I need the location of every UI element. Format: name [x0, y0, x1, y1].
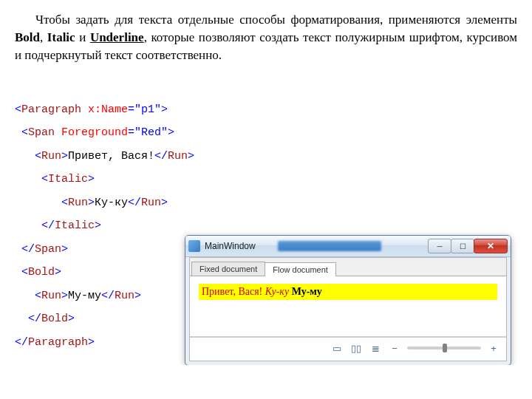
app-icon [188, 240, 200, 252]
title-blur [278, 241, 381, 251]
rendered-paragraph: Привет, Вася! Ку-ку Му-му [199, 284, 497, 300]
description-paragraph: Чтобы задать для текста отдельные способ… [15, 11, 517, 64]
maximize-button[interactable]: ☐ [451, 239, 474, 253]
underline-word: Underline [90, 30, 144, 44]
text: , [40, 30, 47, 44]
tab-flow-document[interactable]: Flow document [265, 262, 336, 276]
zoom-slider[interactable] [407, 347, 481, 349]
two-page-view-icon[interactable]: ▯▯ [349, 341, 363, 355]
code-and-window-layout: <Paragraph x:Name="p1"> <Span Foreground… [15, 75, 517, 354]
tab-fixed-document[interactable]: Fixed document [191, 262, 265, 276]
bold-text: Му-му [292, 286, 322, 297]
titlebar[interactable]: MainWindow ─ ☐ ✕ [185, 236, 511, 257]
text: Чтобы задать для текста отдельные способ… [35, 13, 517, 27]
minimize-button[interactable]: ─ [428, 239, 451, 253]
zoom-thumb[interactable] [443, 344, 447, 352]
italic-word: Italic [47, 30, 75, 44]
flow-document-viewer[interactable]: Привет, Вася! Ку-ку Му-му [190, 276, 506, 337]
window-buttons: ─ ☐ ✕ [429, 239, 508, 253]
bold-word: Bold [15, 30, 40, 44]
zoom-in-button[interactable]: + [487, 341, 500, 355]
status-bar: ▭ ▯▯ ≣ − + [190, 337, 506, 358]
text: и [75, 30, 90, 44]
tab-strip: Fixed document Flow document [190, 258, 506, 276]
zoom-out-button[interactable]: − [388, 341, 401, 355]
app-window: MainWindow ─ ☐ ✕ Fixed document Flow doc… [185, 235, 511, 365]
page-view-icon[interactable]: ▭ [330, 341, 344, 355]
italic-text: Ку-ку [265, 286, 292, 297]
greeting-text: Привет, Вася! [202, 286, 265, 297]
close-button[interactable]: ✕ [474, 239, 508, 253]
scroll-view-icon[interactable]: ≣ [369, 341, 382, 355]
client-area: Fixed document Flow document Привет, Вас… [189, 257, 507, 361]
window-title: MainWindow [205, 241, 256, 251]
